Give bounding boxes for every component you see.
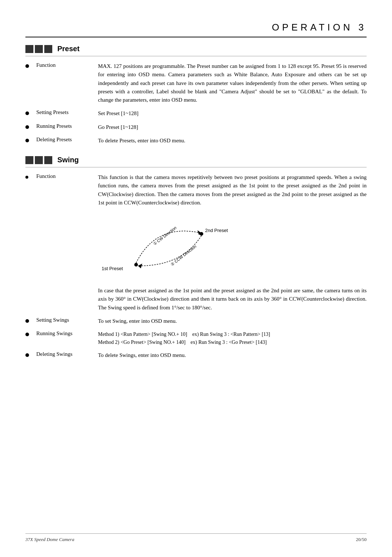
preset-section-title: Preset [57, 45, 79, 53]
swing-note-desc: In case that the preset assigned as the … [98, 286, 367, 312]
swing-setting-row: Setting Swings To set Swing, enter into … [25, 317, 367, 325]
swing-setting-bullet [25, 317, 36, 323]
swing-running-row: Running Swings Method 1) <Run Pattern> [… [25, 330, 367, 346]
preset-function-label: Function [36, 62, 98, 68]
header-divider [25, 37, 367, 37]
bullet-dot [25, 333, 29, 336]
swing-running-bullet [25, 330, 36, 336]
preset-function-row: Function MAX. 127 positions are programm… [25, 62, 367, 104]
swing-function-desc: This function is that the camera moves r… [98, 173, 367, 207]
swing-icon-block-1 [25, 156, 33, 164]
preset-icon-block-1 [25, 45, 33, 53]
swing-running-desc: Method 1) <Run Pattern> [Swing NO.+ 10] … [98, 330, 367, 346]
preset-deleting-desc: To delete Presets, enter into OSD menu. [98, 137, 367, 145]
preset-icon-block-2 [35, 45, 43, 53]
swing-diagram-container: 1st Preset 2nd Preset ① CW Direction ② C… [98, 212, 367, 281]
svg-point-3 [200, 232, 203, 236]
swing-section: Swing Function This function is that the… [25, 156, 367, 360]
swing-running-label: Running Swings [36, 330, 98, 337]
swing-section-title: Swing [57, 156, 79, 164]
footer-page-number: 20/50 [356, 537, 367, 542]
preset-running-bullet [25, 123, 36, 129]
svg-text:2nd Preset: 2nd Preset [205, 228, 228, 233]
swing-function-label: Function [36, 173, 98, 179]
swing-note-bullet [25, 286, 36, 287]
preset-function-bullet [25, 62, 36, 68]
preset-running-desc: Go Preset [1~128] [98, 123, 367, 131]
swing-function-bullet [25, 173, 36, 179]
preset-deleting-row: Deleting Presets To delete Presets, ente… [25, 137, 367, 145]
svg-text:1st Preset: 1st Preset [102, 266, 123, 271]
swing-deleting-label: Deleting Swings [36, 351, 98, 357]
preset-setting-bullet [25, 109, 36, 115]
preset-setting-desc: Set Preset [1~128] [98, 109, 367, 118]
preset-section: Preset Function MAX. 127 positions are p… [25, 45, 367, 145]
preset-function-desc: MAX. 127 positions are programmable. The… [98, 62, 367, 104]
bullet-dot [25, 111, 29, 115]
swing-diagram-svg: 1st Preset 2nd Preset ① CW Direction ② C… [98, 212, 236, 279]
swing-setting-desc: To set Swing, enter into OSD menu. [98, 317, 367, 325]
preset-setting-label: Setting Presets [36, 109, 98, 115]
swing-icon-blocks [25, 156, 52, 164]
swing-deleting-bullet [25, 351, 36, 357]
footer-camera-model: 37X Speed Dome Camera [25, 537, 74, 542]
swing-section-header: Swing [25, 156, 367, 167]
page-title: OPERATION 3 [272, 22, 367, 33]
bullet-dot [25, 125, 29, 129]
page-footer: 37X Speed Dome Camera 20/50 [25, 533, 367, 542]
bullet-dot [25, 353, 29, 357]
bullet-dot [25, 319, 29, 323]
svg-text:① CW Direction: ① CW Direction [152, 225, 177, 246]
preset-setting-row: Setting Presets Set Preset [1~128] [25, 109, 367, 118]
bullet-dot [25, 64, 29, 68]
swing-content-rows: Function This function is that the camer… [25, 173, 367, 360]
preset-running-label: Running Presets [36, 123, 98, 129]
bullet-dot-small [25, 176, 28, 179]
swing-deleting-row: Deleting Swings To delete Swings, enter … [25, 351, 367, 359]
swing-deleting-desc: To delete Swings, enter into OSD menu. [98, 351, 367, 359]
preset-deleting-bullet [25, 137, 36, 142]
swing-icon-block-2 [35, 156, 43, 164]
preset-icon-block-3 [44, 45, 52, 53]
swing-setting-label: Setting Swings [36, 317, 98, 323]
page-header: OPERATION 3 [25, 22, 367, 33]
swing-note-row: In case that the preset assigned as the … [25, 286, 367, 312]
preset-icon-blocks [25, 45, 52, 53]
preset-content-rows: Function MAX. 127 positions are programm… [25, 62, 367, 145]
preset-deleting-label: Deleting Presets [36, 137, 98, 143]
preset-running-row: Running Presets Go Preset [1~128] [25, 123, 367, 131]
swing-icon-block-3 [44, 156, 52, 164]
svg-point-2 [134, 263, 138, 267]
page-container: OPERATION 3 Preset Function MAX. 127 pos… [0, 0, 392, 557]
svg-text:② CCW Direction: ② CCW Direction [170, 244, 197, 267]
preset-section-header: Preset [25, 45, 367, 56]
swing-function-row: Function This function is that the camer… [25, 173, 367, 207]
bullet-dot [25, 139, 29, 142]
